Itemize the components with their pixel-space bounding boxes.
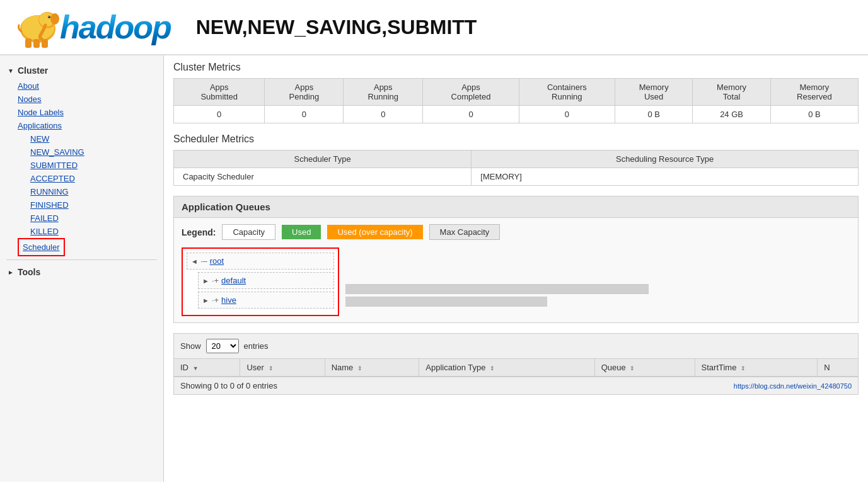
bottom-entries-section: Show 20 50 100 entries ID ▼ User ⇕ Name … (173, 333, 859, 395)
val-apps-pending: 0 (265, 106, 344, 123)
legend-label: Legend: (182, 227, 216, 237)
entries-label: entries (244, 341, 269, 351)
sidebar-tools-section: ► Tools (0, 263, 163, 281)
app-queues-header: Application Queues (174, 196, 858, 218)
scheduler-metrics-title: Scheduler Metrics (173, 134, 859, 145)
queue-tree-area: ◄ ·– root ► ·+ default (182, 247, 850, 316)
root-collapse-arrow[interactable]: ◄ (191, 258, 198, 265)
sidebar-item-scheduler[interactable]: Scheduler (23, 241, 60, 254)
th-queue[interactable]: Queue ⇕ (594, 359, 695, 377)
sidebar-item-node-labels[interactable]: Node Labels (18, 106, 163, 119)
cluster-metrics-table: AppsSubmitted AppsPending AppsRunning Ap… (173, 78, 859, 123)
hive-queue-bar (345, 297, 547, 307)
col-apps-submitted: AppsSubmitted (174, 79, 265, 106)
col-memory-total: MemoryTotal (693, 79, 770, 106)
root-icon: ·– (200, 256, 207, 266)
entries-count-select[interactable]: 20 50 100 (206, 339, 239, 353)
queue-item-hive: ► ·+ hive (198, 292, 334, 309)
col-containers-running: ContainersRunning (519, 79, 615, 106)
sidebar-separator (6, 259, 157, 260)
root-bar-spacer (345, 271, 850, 281)
cluster-metrics-title: Cluster Metrics (173, 62, 859, 73)
sidebar-item-failed[interactable]: FAILED (30, 212, 163, 225)
sidebar-item-killed[interactable]: KILLED (30, 225, 163, 238)
th-n: N (818, 359, 859, 377)
name-sort-icon: ⇕ (357, 365, 362, 372)
col-apps-completed: AppsCompleted (423, 79, 519, 106)
th-id[interactable]: ID ▼ (174, 359, 240, 377)
scheduler-col1-header: Scheduler Type (174, 151, 472, 168)
sidebar-item-submitted[interactable]: SUBMITTED (30, 159, 163, 172)
sidebar-tools-header[interactable]: ► Tools (0, 263, 163, 281)
svg-rect-7 (25, 38, 32, 48)
val-memory-total: 24 GB (693, 106, 770, 123)
entries-table: ID ▼ User ⇕ Name ⇕ Application Type ⇕ Qu… (173, 358, 859, 377)
queue-sort-icon: ⇕ (630, 365, 635, 372)
val-apps-running: 0 (344, 106, 423, 123)
url-hint: https://blog.csdn.net/weixin_42480750 (734, 382, 852, 390)
svg-point-5 (48, 16, 50, 18)
legend-max-capacity: Max Capacity (429, 224, 501, 240)
sidebar-scheduler-highlighted: Scheduler (18, 238, 65, 256)
logo-area: hadoop (13, 5, 171, 49)
starttime-sort-icon: ⇕ (741, 365, 746, 372)
col-memory-reserved: MemoryReserved (770, 79, 858, 106)
apptype-sort-icon: ⇕ (490, 365, 495, 372)
queue-link-default[interactable]: default (221, 276, 246, 285)
cluster-metrics-row: 0 0 0 0 0 0 B 24 GB 0 B (174, 106, 859, 123)
sidebar-item-about[interactable]: About (18, 79, 163, 93)
sidebar-item-new[interactable]: NEW (30, 132, 163, 145)
app-queues-body: Legend: Capacity Used Used (over capacit… (174, 218, 858, 322)
val-apps-completed: 0 (423, 106, 519, 123)
queue-default-wrapper: ► ·+ default (187, 272, 334, 289)
th-starttime[interactable]: StartTime ⇕ (695, 359, 818, 377)
scheduler-type-value: Capacity Scheduler (174, 168, 472, 186)
th-app-type[interactable]: Application Type ⇕ (419, 359, 594, 377)
hive-bar-capacity (346, 297, 547, 306)
queue-link-root[interactable]: root (210, 256, 224, 266)
sidebar-item-running[interactable]: RUNNING (30, 185, 163, 198)
col-apps-running: AppsRunning (344, 79, 423, 106)
sidebar-item-finished[interactable]: FINISHED (30, 198, 163, 212)
queue-tree-container: ◄ ·– root ► ·+ default (182, 247, 339, 316)
th-name[interactable]: Name ⇕ (325, 359, 419, 377)
sidebar-cluster-links: About Nodes Node Labels Applications NEW… (0, 79, 163, 256)
scheduler-metrics-table: Scheduler Type Scheduling Resource Type … (173, 150, 859, 186)
page-title: NEW,NEW_SAVING,SUBMITT (196, 16, 477, 39)
sidebar-cluster-section: ▼ Cluster About Nodes Node Labels Applic… (0, 62, 163, 256)
sidebar-item-nodes[interactable]: Nodes (18, 93, 163, 106)
default-expand-arrow[interactable]: ► (202, 277, 209, 285)
sidebar-item-new-saving[interactable]: NEW_SAVING (30, 145, 163, 159)
scheduler-metrics-row: Capacity Scheduler [MEMORY] (174, 168, 859, 186)
svg-rect-9 (42, 39, 48, 48)
sidebar-tools-label: Tools (18, 267, 40, 277)
main-layout: ▼ Cluster About Nodes Node Labels Applic… (0, 55, 868, 482)
queue-item-root: ◄ ·– root (187, 253, 334, 270)
th-user[interactable]: User ⇕ (240, 359, 325, 377)
sidebar-item-accepted[interactable]: ACCEPTED (30, 172, 163, 185)
sidebar: ▼ Cluster About Nodes Node Labels Applic… (0, 55, 164, 482)
val-containers-running: 0 (519, 106, 615, 123)
tools-expand-arrow: ► (8, 269, 14, 276)
default-icon: ·+ (212, 276, 219, 285)
sidebar-cluster-header[interactable]: ▼ Cluster (0, 62, 163, 79)
default-queue-bar (345, 284, 649, 294)
entries-header-row: ID ▼ User ⇕ Name ⇕ Application Type ⇕ Qu… (174, 359, 859, 377)
legend-capacity: Capacity (222, 224, 275, 240)
sidebar-item-applications[interactable]: Applications (18, 119, 163, 132)
sidebar-app-sub-links: NEW NEW_SAVING SUBMITTED ACCEPTED RUNNIN… (18, 132, 163, 238)
showing-row: Showing 0 to 0 of 0 entries https://blog… (173, 377, 859, 395)
scheduler-col2-header: Scheduling Resource Type (472, 151, 859, 168)
hive-expand-arrow[interactable]: ► (202, 297, 209, 304)
cluster-collapse-arrow: ▼ (8, 67, 14, 74)
legend-used-over: Used (over capacity) (327, 225, 422, 239)
val-memory-used: 0 B (615, 106, 692, 123)
svg-rect-8 (33, 39, 40, 48)
svg-point-6 (49, 16, 49, 17)
default-bar-capacity (346, 285, 648, 293)
queue-link-hive[interactable]: hive (221, 295, 236, 305)
queue-hive-wrapper: ► ·+ hive (187, 292, 334, 309)
show-label: Show (180, 341, 201, 351)
hadoop-logo-text: hadoop (60, 8, 171, 46)
showing-text: Showing 0 to 0 of 0 entries (180, 381, 277, 390)
